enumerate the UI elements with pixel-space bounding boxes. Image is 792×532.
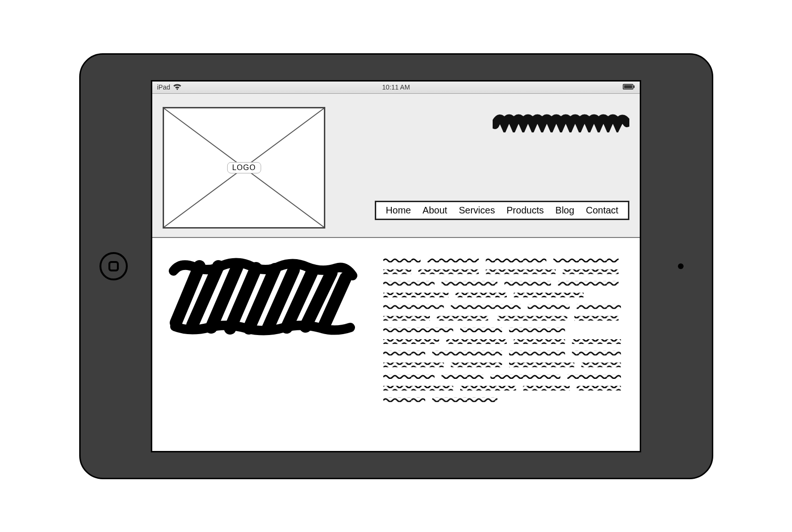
svg-rect-8: [553, 258, 619, 262]
svg-rect-13: [383, 281, 435, 286]
nav-contact[interactable]: Contact: [586, 205, 619, 216]
svg-rect-12: [563, 269, 619, 274]
tablet-frame: iPad 10:11 AM LOGO: [79, 53, 713, 479]
svg-rect-19: [514, 293, 584, 297]
svg-rect-10: [418, 269, 479, 274]
tagline-placeholder: [493, 111, 629, 134]
svg-rect-21: [451, 304, 520, 309]
svg-rect-16: [558, 281, 619, 286]
svg-rect-40: [451, 362, 502, 367]
svg-rect-34: [572, 339, 621, 344]
nav-services[interactable]: Services: [459, 205, 495, 216]
svg-rect-33: [514, 339, 565, 344]
svg-rect-1: [624, 85, 632, 88]
svg-rect-17: [383, 293, 448, 297]
svg-rect-45: [490, 374, 560, 379]
svg-rect-41: [509, 362, 574, 367]
svg-rect-52: [432, 397, 497, 402]
nav-products[interactable]: Products: [507, 205, 544, 216]
svg-rect-5: [383, 258, 421, 262]
wifi-icon: [173, 83, 182, 91]
svg-rect-48: [460, 385, 516, 390]
svg-rect-39: [383, 362, 444, 367]
svg-rect-7: [486, 258, 546, 262]
svg-rect-9: [383, 269, 411, 274]
svg-rect-2: [634, 85, 635, 88]
svg-rect-32: [446, 339, 507, 344]
svg-rect-18: [455, 293, 507, 297]
svg-rect-35: [383, 351, 425, 355]
svg-rect-20: [383, 304, 444, 309]
svg-rect-25: [437, 316, 488, 320]
tablet-camera-dot: [678, 263, 684, 269]
status-bar: iPad 10:11 AM: [152, 82, 640, 94]
svg-rect-38: [572, 351, 621, 355]
logo-label: LOGO: [227, 162, 261, 173]
nav-about[interactable]: About: [422, 205, 447, 216]
svg-rect-43: [383, 374, 435, 379]
svg-rect-49: [523, 385, 570, 390]
device-label: iPad: [157, 83, 170, 91]
page-header: LOGO Home About Services Products Blog C…: [152, 94, 640, 238]
logo-placeholder[interactable]: LOGO: [163, 107, 325, 229]
svg-rect-28: [383, 327, 453, 332]
tablet-screen: iPad 10:11 AM LOGO: [151, 80, 641, 452]
svg-rect-11: [486, 269, 555, 274]
status-time: 10:11 AM: [382, 83, 410, 91]
svg-rect-37: [509, 351, 565, 355]
page-content: [152, 238, 640, 451]
svg-rect-27: [574, 316, 619, 320]
svg-rect-24: [383, 316, 430, 320]
main-nav: Home About Services Products Blog Contac…: [375, 201, 629, 220]
svg-rect-30: [509, 327, 565, 332]
svg-rect-44: [442, 374, 484, 379]
content-heading-placeholder: [166, 257, 364, 437]
svg-rect-42: [581, 362, 621, 367]
content-body-placeholder: [383, 257, 626, 437]
svg-rect-15: [504, 281, 551, 286]
svg-rect-29: [460, 327, 502, 332]
tablet-home-button[interactable]: [99, 252, 128, 280]
nav-blog[interactable]: Blog: [555, 205, 574, 216]
svg-rect-6: [428, 258, 479, 262]
svg-rect-51: [383, 397, 425, 402]
svg-rect-14: [442, 281, 498, 286]
svg-rect-26: [497, 316, 567, 320]
svg-rect-31: [383, 339, 439, 344]
svg-rect-23: [577, 304, 621, 309]
svg-rect-36: [432, 351, 502, 355]
battery-icon: [623, 83, 635, 91]
home-button-icon: [108, 261, 119, 271]
svg-rect-46: [567, 374, 621, 379]
svg-rect-22: [528, 304, 569, 309]
nav-home[interactable]: Home: [386, 205, 411, 216]
svg-rect-50: [577, 385, 621, 390]
svg-rect-47: [383, 385, 453, 390]
